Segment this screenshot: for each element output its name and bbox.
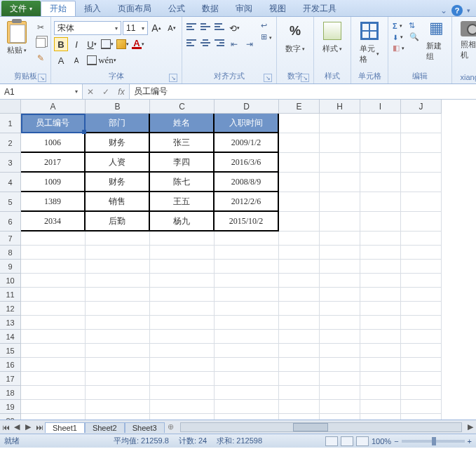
cut-button[interactable] xyxy=(34,21,48,34)
name-box[interactable]: A1▾ xyxy=(0,84,83,99)
row-header[interactable]: 19 xyxy=(0,400,21,414)
cell[interactable] xyxy=(21,358,86,372)
font-name-combo[interactable]: 宋体▾ xyxy=(54,21,121,35)
confirm-edit-button[interactable]: ✓ xyxy=(98,87,114,97)
cell[interactable] xyxy=(215,288,279,302)
cell[interactable] xyxy=(401,344,442,358)
row-header[interactable]: 15 xyxy=(0,344,21,358)
cell[interactable] xyxy=(360,288,401,302)
cell[interactable] xyxy=(401,414,442,420)
cell[interactable]: 2016/3/6 xyxy=(215,153,279,173)
zoom-in-button[interactable]: + xyxy=(468,437,472,445)
cell[interactable] xyxy=(279,212,320,232)
row-header[interactable]: 9 xyxy=(0,260,21,274)
cell[interactable] xyxy=(279,302,320,316)
dialog-launcher[interactable]: ↘ xyxy=(38,74,46,82)
cell[interactable] xyxy=(360,153,401,173)
cell[interactable] xyxy=(320,414,360,420)
wrap-text-button[interactable] xyxy=(261,21,272,30)
decrease-indent-button[interactable] xyxy=(227,37,241,51)
cell[interactable] xyxy=(86,232,150,246)
grow-font-button-2[interactable]: A xyxy=(54,53,68,67)
cell[interactable] xyxy=(279,114,320,133)
col-header[interactable]: H xyxy=(320,100,360,114)
col-header[interactable]: J xyxy=(401,100,442,114)
tab-home[interactable]: 开始 xyxy=(41,1,76,16)
cell[interactable]: 杨九 xyxy=(150,212,215,232)
cell[interactable] xyxy=(279,316,320,330)
cell[interactable] xyxy=(279,153,320,173)
cell[interactable] xyxy=(279,386,320,400)
cell[interactable]: 姓名 xyxy=(150,114,215,133)
cell[interactable] xyxy=(320,260,360,274)
horizontal-scrollbar[interactable] xyxy=(180,422,462,432)
cell[interactable] xyxy=(279,400,320,414)
cell[interactable] xyxy=(21,386,86,400)
shrink-font-button-2[interactable]: A xyxy=(69,53,83,67)
cell[interactable] xyxy=(150,330,215,344)
cell[interactable]: 员工编号 xyxy=(21,114,86,133)
border-button[interactable]: ▾ xyxy=(100,37,114,51)
row-header[interactable]: 8 xyxy=(0,246,21,260)
cell[interactable]: 2012/2/6 xyxy=(215,192,279,212)
cell[interactable] xyxy=(150,260,215,274)
row-header[interactable]: 12 xyxy=(0,302,21,316)
cell[interactable] xyxy=(320,114,360,133)
cell[interactable]: 2015/10/2 xyxy=(215,212,279,232)
cell[interactable] xyxy=(150,274,215,288)
cell[interactable]: 销售 xyxy=(86,192,150,212)
copy-button[interactable] xyxy=(34,36,48,49)
sort-icon[interactable] xyxy=(409,21,415,30)
find-icon[interactable] xyxy=(409,32,419,41)
prev-sheet-button[interactable]: ◀ xyxy=(11,422,22,431)
underline-button[interactable]: U▾ xyxy=(85,37,99,51)
cell[interactable] xyxy=(401,153,442,173)
cell[interactable] xyxy=(21,344,86,358)
row-header[interactable]: 2 xyxy=(0,133,21,153)
row-header[interactable]: 3 xyxy=(0,153,21,173)
cell[interactable]: 李四 xyxy=(150,153,215,173)
cell[interactable] xyxy=(360,316,401,330)
cell[interactable] xyxy=(360,302,401,316)
zoom-out-button[interactable]: − xyxy=(394,437,398,445)
cell[interactable] xyxy=(21,414,86,420)
cell[interactable] xyxy=(320,316,360,330)
cell[interactable]: 后勤 xyxy=(86,212,150,232)
insert-sheet-button[interactable]: ⊕ xyxy=(165,422,177,431)
cell[interactable] xyxy=(401,372,442,386)
cell[interactable] xyxy=(360,372,401,386)
dialog-launcher[interactable]: ↘ xyxy=(301,74,309,82)
merge-cells-button[interactable]: ▾ xyxy=(261,32,272,41)
cell[interactable] xyxy=(86,260,150,274)
cell[interactable] xyxy=(215,274,279,288)
col-header[interactable]: C xyxy=(150,100,215,114)
cell[interactable] xyxy=(150,372,215,386)
row-header[interactable]: 11 xyxy=(0,288,21,302)
cell[interactable] xyxy=(215,344,279,358)
row-header[interactable]: 20 xyxy=(0,414,21,420)
cell[interactable] xyxy=(215,358,279,372)
cell[interactable]: 张三 xyxy=(150,133,215,153)
row-header[interactable]: 17 xyxy=(0,372,21,386)
col-header[interactable]: B xyxy=(86,100,150,114)
cell[interactable]: 人资 xyxy=(86,153,150,173)
minimize-ribbon-icon[interactable]: ⌄ xyxy=(440,6,447,15)
cell[interactable] xyxy=(150,302,215,316)
cell[interactable] xyxy=(320,288,360,302)
cell[interactable] xyxy=(360,386,401,400)
cell[interactable] xyxy=(21,260,86,274)
autosum-icon[interactable] xyxy=(393,22,397,30)
cell[interactable] xyxy=(279,192,320,212)
row-header[interactable]: 1 xyxy=(0,114,21,133)
align-right-button[interactable] xyxy=(213,37,226,48)
cell[interactable] xyxy=(150,358,215,372)
cell[interactable] xyxy=(360,212,401,232)
cell[interactable] xyxy=(21,232,86,246)
cell[interactable] xyxy=(21,274,86,288)
cell[interactable] xyxy=(86,400,150,414)
cell[interactable] xyxy=(320,400,360,414)
cell[interactable] xyxy=(86,358,150,372)
col-header[interactable]: I xyxy=(360,100,401,114)
cell[interactable] xyxy=(279,372,320,386)
cell[interactable] xyxy=(320,386,360,400)
